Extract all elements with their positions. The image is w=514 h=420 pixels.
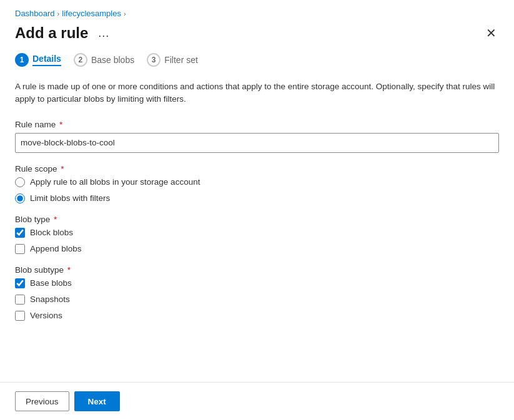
required-star-4: * — [65, 265, 71, 275]
step-label-3: Filter set — [164, 55, 198, 65]
checkbox-versions[interactable] — [15, 311, 25, 321]
description-text: A rule is made up of one or more conditi… — [15, 81, 499, 106]
step-base-blobs[interactable]: 2 Base blobs — [74, 49, 142, 71]
step-label-1: Details — [32, 54, 61, 66]
chevron-icon-1: › — [57, 10, 60, 17]
radio-all-blobs-label[interactable]: Apply rule to all blobs in your storage … — [30, 177, 200, 187]
checkbox-block-blobs-label[interactable]: Block blobs — [30, 228, 73, 237]
radio-item-all-blobs[interactable]: Apply rule to all blobs in your storage … — [15, 177, 499, 187]
blob-type-checkbox-group: Block blobs Append blobs — [15, 228, 499, 254]
required-star-2: * — [59, 164, 64, 173]
rule-scope-group: Rule scope * Apply rule to all blobs in … — [15, 164, 499, 203]
page-header: Add a rule ... ✕ — [0, 22, 514, 49]
page-title: Add a rule — [15, 24, 88, 42]
checkbox-item-block-blobs[interactable]: Block blobs — [15, 228, 499, 238]
checkbox-block-blobs[interactable] — [15, 228, 25, 238]
step-details[interactable]: 1 Details — [15, 49, 69, 71]
blob-subtype-checkbox-group: Base blobs Snapshots Versions — [15, 278, 499, 321]
radio-all-blobs[interactable] — [15, 177, 25, 187]
checkbox-item-versions[interactable]: Versions — [15, 311, 499, 321]
steps-bar: 1 Details 2 Base blobs 3 Filter set — [0, 49, 514, 81]
rule-scope-radio-group: Apply rule to all blobs in your storage … — [15, 177, 499, 203]
blob-type-group: Blob type * Block blobs Append blobs — [15, 215, 499, 254]
checkbox-item-snapshots[interactable]: Snapshots — [15, 295, 499, 305]
step-num-1: 1 — [15, 53, 29, 67]
ellipsis-button[interactable]: ... — [94, 26, 113, 40]
page-title-group: Add a rule ... — [15, 24, 113, 42]
step-label-2: Base blobs — [91, 55, 134, 65]
radio-item-limit-blobs[interactable]: Limit blobs with filters — [15, 193, 499, 203]
checkbox-versions-label[interactable]: Versions — [30, 311, 62, 320]
required-star-3: * — [51, 215, 57, 224]
checkbox-snapshots-label[interactable]: Snapshots — [30, 295, 70, 304]
breadcrumb: Dashboard › lifecyclesamples › — [0, 0, 514, 22]
checkbox-item-append-blobs[interactable]: Append blobs — [15, 244, 499, 254]
previous-button[interactable]: Previous — [15, 391, 69, 411]
step-filter-set[interactable]: 3 Filter set — [147, 49, 205, 71]
step-num-3: 3 — [147, 53, 161, 67]
breadcrumb-lifecyclesamples[interactable]: lifecyclesamples — [62, 9, 121, 18]
footer: Previous Next — [0, 383, 514, 420]
blob-type-label: Blob type * — [15, 215, 499, 224]
blob-subtype-label: Blob subtype * — [15, 265, 499, 275]
chevron-icon-2: › — [124, 10, 126, 17]
main-content: A rule is made up of one or more conditi… — [0, 81, 514, 382]
rule-scope-label: Rule scope * — [15, 164, 499, 173]
checkbox-base-blobs-label[interactable]: Base blobs — [30, 278, 72, 288]
blob-subtype-group: Blob subtype * Base blobs Snapshots Vers… — [15, 265, 499, 321]
breadcrumb-dashboard[interactable]: Dashboard — [15, 9, 55, 18]
checkbox-base-blobs[interactable] — [15, 278, 25, 288]
radio-limit-blobs[interactable] — [15, 193, 25, 203]
required-star-1: * — [57, 120, 62, 129]
checkbox-snapshots[interactable] — [15, 295, 25, 305]
checkbox-append-blobs-label[interactable]: Append blobs — [30, 244, 82, 253]
radio-limit-blobs-label[interactable]: Limit blobs with filters — [30, 193, 110, 203]
next-button[interactable]: Next — [74, 391, 120, 411]
close-button[interactable]: ✕ — [483, 24, 499, 42]
checkbox-item-base-blobs[interactable]: Base blobs — [15, 278, 499, 288]
rule-name-input[interactable] — [15, 133, 499, 153]
checkbox-append-blobs[interactable] — [15, 244, 25, 254]
rule-name-group: Rule name * — [15, 120, 499, 153]
step-num-2: 2 — [74, 53, 87, 67]
rule-name-label: Rule name * — [15, 120, 499, 129]
